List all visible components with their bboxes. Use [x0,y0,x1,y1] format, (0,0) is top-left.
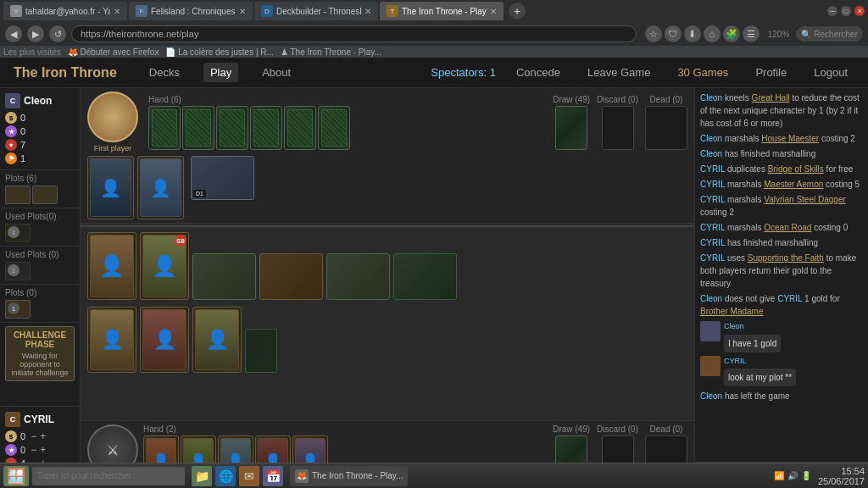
power-plus[interactable]: + [40,444,46,456]
taskbar-mail-icon[interactable]: ✉ [239,466,259,486]
msg5-card[interactable]: Maester Aemon [764,180,823,189]
plot-bottom-card-1[interactable]: 1 [5,300,31,319]
settings-button[interactable]: ☰ [743,25,760,42]
opponent-orange-row: ⚑ 1 [5,152,75,164]
msg6-player[interactable]: CYRIL [700,195,725,204]
player-char-4[interactable]: 👤 [140,307,189,373]
opp-hand-card-6[interactable] [318,106,350,150]
minimize-button[interactable]: ─ [827,6,837,16]
maximize-button[interactable]: □ [841,6,851,16]
msg1-player[interactable]: Cleon [700,93,722,103]
msg-leave-player[interactable]: Cleon [700,391,722,401]
address-bar[interactable]: https://theironthrone.net/play [71,25,637,42]
tab2-close[interactable]: ✕ [239,7,246,16]
msg6-card[interactable]: Valyrian Steel Dagger [764,195,846,204]
new-tab-button[interactable]: + [509,3,526,19]
first-player-text: First player [94,144,132,152]
opponent-dead-area[interactable] [645,106,687,150]
player-char-5[interactable]: 👤 [192,307,242,373]
nav-play[interactable]: Play [203,63,238,82]
player-location-1[interactable] [192,253,256,300]
player-char-1-art: 👤 [91,236,133,297]
search-bar[interactable]: 🔍 Rechercher [796,26,863,42]
opp-char-1[interactable]: 👤 [87,156,134,219]
msg7-card[interactable]: Ocean Road [764,223,811,232]
opponent-draw-card[interactable] [555,106,587,150]
bookmark-3[interactable]: ♟ The Iron Throne - Play... [281,47,381,57]
back-button[interactable]: ◀ [5,25,22,42]
tab1-close[interactable]: ✕ [114,7,120,16]
opponent-top-area: First player Hand (6) Draw (4 [81,88,694,224]
opponent-name-row: C Cleon [5,93,75,108]
home-button[interactable]: ⌂ [704,25,721,42]
msg8-player[interactable]: CYRIL [700,238,725,247]
msg7-player[interactable]: CYRIL [700,223,725,232]
refresh-button[interactable]: ↺ [49,25,66,42]
browser-tab-4[interactable]: T The Iron Throne - Play A Game... ✕ [380,2,504,20]
opponent-discard-area[interactable] [602,106,634,150]
thirty-games-button[interactable]: 30 Games [670,63,735,82]
cleon-bubble-content: Cleon I have 1 gold [724,321,781,352]
tab3-label: Deckbuilder - ThronesDB [276,7,361,16]
opp-hand-card-2[interactable] [182,106,214,150]
nav-decks[interactable]: Decks [142,63,186,82]
close-button[interactable]: ✕ [854,6,865,16]
msg9-player[interactable]: CYRIL [700,253,725,263]
browser-tab-1[interactable]: Y tahaldar@yahoo.fr - Yaho... ✕ [3,2,127,20]
nav-about[interactable]: About [255,63,298,82]
msg10-card[interactable]: Brother Madame [700,307,763,316]
profile-link[interactable]: Profile [748,63,793,82]
msg4-player[interactable]: CYRIL [700,164,725,174]
player-location-2[interactable] [259,253,323,300]
opp-hand-card-1[interactable] [148,106,181,150]
msg10-player2[interactable]: CYRIL [777,294,802,303]
power-minus[interactable]: − [31,444,36,456]
player-location-4[interactable] [393,253,457,300]
star-button[interactable]: ☆ [645,25,662,42]
taskbar-browser-icon[interactable]: 🌐 [215,466,236,486]
leave-game-button[interactable]: Leave Game [581,63,657,82]
tab3-close[interactable]: ✕ [364,7,371,16]
taskbar-firefox-item[interactable]: 🦊 The Iron Throne - Play... [290,466,408,486]
msg1-card[interactable]: Great Hall [752,93,790,103]
opp-hand-card-3[interactable] [216,106,248,150]
msg10-player[interactable]: Cleon [700,294,722,303]
plot-card-1[interactable] [5,186,31,204]
msg3-player[interactable]: Cleon [700,149,722,158]
concede-button[interactable]: Concede [509,63,567,82]
opp-hand-card-4[interactable] [250,106,282,150]
taskbar: 🪟 📁 🌐 ✉ 📅 🦊 The Iron Throne - Play... 📶 … [0,463,868,488]
bookmark-2[interactable]: 📄 La colère des justes | R... [165,47,273,57]
gold-plus[interactable]: + [40,430,46,442]
download-button[interactable]: ⬇ [684,25,701,42]
opp-char-2[interactable]: 👤 [137,156,184,219]
bookmark-1[interactable]: 🦊 Débuter avec Firefox [68,47,159,57]
gold-minus[interactable]: − [31,430,36,442]
player-attachment-1[interactable] [245,329,277,373]
opp-hand-card-5[interactable] [284,106,316,150]
msg9-card[interactable]: Supporting the Faith [748,253,824,263]
forward-button[interactable]: ▶ [27,25,44,42]
msg2-player[interactable]: Cleon [700,134,722,143]
taskbar-search-input[interactable] [32,467,185,485]
opp-location-1[interactable]: D1 [191,156,254,200]
player-char-2[interactable]: 👤 S8 [140,232,189,300]
player-location-3[interactable] [326,253,390,300]
player-char-3[interactable]: 👤 [87,307,136,373]
used-plot-card-1[interactable]: 1 [5,224,31,242]
plot-card-2[interactable] [32,186,58,204]
taskbar-time: 15:54 [818,466,865,476]
logout-button[interactable]: Logout [807,63,854,82]
msg4-card[interactable]: Bridge of Skills [768,164,824,174]
msg5-action: marshals [727,180,764,189]
taskbar-file-icon[interactable]: 📁 [192,466,212,486]
browser-tab-2[interactable]: F Felisland : Chroniques pele... ✕ [129,2,253,20]
player-char-1[interactable]: 👤 [87,232,136,300]
taskbar-calendar-icon[interactable]: 📅 [263,466,283,486]
msg5-player[interactable]: CYRIL [700,180,725,189]
start-button[interactable]: 🪟 [3,466,29,486]
browser-tab-3[interactable]: D Deckbuilder - ThronesDB ✕ [254,2,378,20]
msg2-card[interactable]: House Maester [761,134,819,143]
used-plot-card-2[interactable]: 1 [5,262,31,280]
tab4-close[interactable]: ✕ [490,7,497,16]
